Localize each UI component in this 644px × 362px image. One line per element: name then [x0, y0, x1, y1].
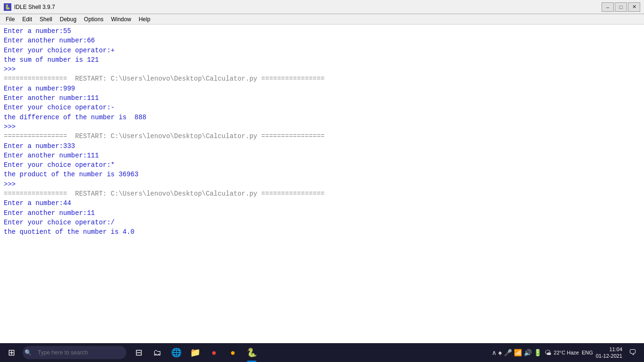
notification-button[interactable]: 🗨 [625, 343, 640, 362]
menu-edit[interactable]: Edit [18, 15, 36, 24]
shell-line: Enter a number:999 [4, 84, 640, 93]
window-title: IDLE Shell 3.9.7 [14, 4, 602, 10]
battery-icon[interactable]: 🔋 [534, 349, 542, 356]
search-icon: 🔍 [25, 349, 32, 356]
shell-line: >>> [4, 180, 640, 189]
search-input[interactable] [23, 346, 126, 359]
search-wrapper: 🔍 [21, 346, 126, 359]
edge-browser-icon[interactable]: 🌐 [168, 343, 185, 362]
system-tray-icons: ∧ ♠ 🎤 📶 🔊 🔋 [492, 349, 541, 356]
start-button[interactable]: ⊞ [2, 343, 21, 362]
shell-line: the sum of number is 121 [4, 55, 640, 65]
chrome-canary-icon[interactable]: ● [224, 343, 241, 362]
shell-line: the product of the number is 36963 [4, 170, 640, 179]
menu-help[interactable]: Help [135, 15, 154, 24]
clock-date: 01-12-2021 [596, 353, 622, 359]
shell-line: Enter your choice operator:- [4, 103, 640, 112]
steam-icon[interactable]: ♠ [498, 349, 502, 356]
close-button[interactable]: ✕ [628, 2, 640, 12]
chrome-icon[interactable]: ● [206, 343, 223, 362]
window-controls: – □ ✕ [602, 2, 640, 12]
shell-line: ================ RESTART: C:\Users\lenov… [4, 189, 640, 198]
taskbar-apps: ⊟ 🗂 🌐 📁 ● ● 🐍 [130, 343, 260, 362]
chevron-icon[interactable]: ∧ [492, 349, 496, 356]
clock-time: 11:04 [596, 346, 622, 353]
menu-bar: File Edit Shell Debug Options Window Hel… [0, 14, 644, 25]
shell-line: the difference of the number is 888 [4, 113, 640, 122]
menu-shell[interactable]: Shell [36, 15, 56, 24]
shell-line: Enter another number:111 [4, 93, 640, 103]
network-icon[interactable]: 📶 [514, 349, 522, 356]
shell-line: Enter another number:11 [4, 208, 640, 218]
title-bar: 🐍 IDLE Shell 3.9.7 – □ ✕ [0, 0, 644, 14]
speaker-icon[interactable]: 🔊 [524, 349, 532, 356]
task-view-button[interactable]: ⊟ [130, 343, 147, 362]
shell-line: Enter your choice operator:/ [4, 218, 640, 227]
menu-file[interactable]: File [2, 15, 18, 24]
weather-icon[interactable]: 🌤 [545, 349, 551, 356]
shell-output: Enter a number:55Enter another number:66… [0, 25, 644, 343]
maximize-button[interactable]: □ [615, 2, 627, 12]
shell-line: Enter a number:333 [4, 141, 640, 151]
weather-text: 22°C Haze [554, 350, 579, 355]
shell-line: >>> [4, 122, 640, 132]
shell-line: >>> [4, 65, 640, 74]
microphone-icon[interactable]: 🎤 [504, 349, 512, 356]
menu-window[interactable]: Window [107, 15, 135, 24]
taskbar: ⊞ 🔍 ⊟ 🗂 🌐 📁 ● ● 🐍 ∧ ♠ 🎤 📶 🔊 🔋 🌤 22°C Haz… [0, 343, 644, 362]
menu-debug[interactable]: Debug [56, 15, 80, 24]
shell-line: Enter another number:111 [4, 151, 640, 160]
shell-line: Enter your choice operator:* [4, 160, 640, 170]
shell-line: Enter another number:66 [4, 36, 640, 45]
taskbar-system-tray: ∧ ♠ 🎤 📶 🔊 🔋 🌤 22°C Haze ENG 11:04 01-12-… [492, 343, 642, 362]
language-indicator: ENG [582, 350, 593, 355]
shell-line: Enter a number:44 [4, 198, 640, 208]
shell-line: ================ RESTART: C:\Users\lenov… [4, 132, 640, 141]
clock: 11:04 01-12-2021 [596, 346, 622, 360]
menu-options[interactable]: Options [80, 15, 107, 24]
widgets-button[interactable]: 🗂 [149, 343, 166, 362]
minimize-button[interactable]: – [602, 2, 614, 12]
shell-line: Enter your choice operator:+ [4, 46, 640, 55]
python-idle-icon[interactable]: 🐍 [243, 343, 260, 362]
shell-line: ================ RESTART: C:\Users\lenov… [4, 74, 640, 83]
shell-line: the quotient of the number is 4.0 [4, 227, 640, 237]
shell-line: Enter a number:55 [4, 26, 640, 36]
app-icon: 🐍 [4, 3, 11, 11]
file-explorer-icon[interactable]: 📁 [187, 343, 204, 362]
